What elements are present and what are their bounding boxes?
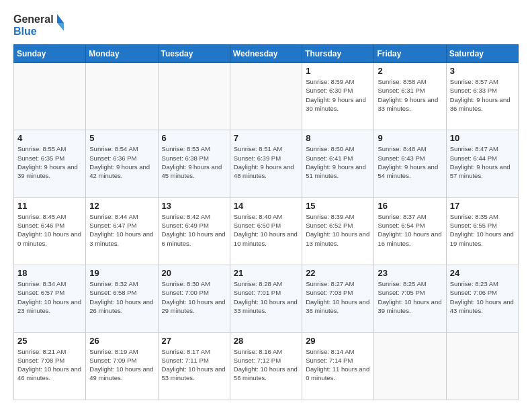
weekday-header-tuesday: Tuesday	[158, 45, 230, 63]
day-info: Sunrise: 8:35 AM Sunset: 6:55 PM Dayligh…	[450, 212, 515, 248]
calendar-table: SundayMondayTuesdayWednesdayThursdayFrid…	[13, 44, 519, 400]
day-info: Sunrise: 8:14 AM Sunset: 7:14 PM Dayligh…	[306, 347, 370, 383]
weekday-header-friday: Friday	[374, 45, 446, 63]
day-number: 19	[89, 268, 154, 278]
calendar-cell	[158, 63, 230, 130]
day-info: Sunrise: 8:39 AM Sunset: 6:52 PM Dayligh…	[306, 212, 370, 248]
week-row-1: 1Sunrise: 8:59 AM Sunset: 6:30 PM Daylig…	[14, 63, 519, 130]
day-number: 21	[234, 268, 298, 278]
logo: GeneralBlue	[13, 11, 67, 38]
day-number: 25	[17, 336, 82, 346]
day-info: Sunrise: 8:28 AM Sunset: 7:01 PM Dayligh…	[234, 279, 298, 315]
page: GeneralBlue SundayMondayTuesdayWednesday…	[0, 0, 532, 411]
calendar-cell: 4Sunrise: 8:55 AM Sunset: 6:35 PM Daylig…	[14, 130, 86, 197]
calendar-cell: 6Sunrise: 8:53 AM Sunset: 6:38 PM Daylig…	[158, 130, 230, 197]
calendar-cell: 23Sunrise: 8:25 AM Sunset: 7:05 PM Dayli…	[374, 265, 446, 332]
week-row-3: 11Sunrise: 8:45 AM Sunset: 6:46 PM Dayli…	[14, 197, 519, 265]
calendar-cell: 19Sunrise: 8:32 AM Sunset: 6:58 PM Dayli…	[86, 265, 158, 332]
weekday-header-wednesday: Wednesday	[230, 45, 302, 63]
day-info: Sunrise: 8:32 AM Sunset: 6:58 PM Dayligh…	[89, 279, 154, 315]
day-info: Sunrise: 8:42 AM Sunset: 6:49 PM Dayligh…	[162, 212, 226, 248]
calendar-cell: 17Sunrise: 8:35 AM Sunset: 6:55 PM Dayli…	[446, 197, 518, 265]
day-info: Sunrise: 8:58 AM Sunset: 6:31 PM Dayligh…	[378, 77, 442, 113]
calendar-cell	[230, 63, 302, 130]
day-number: 2	[378, 66, 442, 76]
svg-marker-2	[57, 14, 64, 23]
day-number: 24	[450, 268, 515, 278]
calendar-cell: 20Sunrise: 8:30 AM Sunset: 7:00 PM Dayli…	[158, 265, 230, 332]
weekday-header-sunday: Sunday	[14, 45, 86, 63]
day-info: Sunrise: 8:44 AM Sunset: 6:47 PM Dayligh…	[89, 212, 154, 248]
calendar-cell: 9Sunrise: 8:48 AM Sunset: 6:43 PM Daylig…	[374, 130, 446, 197]
calendar-cell: 25Sunrise: 8:21 AM Sunset: 7:08 PM Dayli…	[14, 332, 86, 400]
calendar-cell: 26Sunrise: 8:19 AM Sunset: 7:09 PM Dayli…	[86, 332, 158, 400]
day-number: 22	[306, 268, 370, 278]
day-number: 26	[89, 336, 154, 346]
day-number: 3	[450, 66, 515, 76]
calendar-cell: 18Sunrise: 8:34 AM Sunset: 6:57 PM Dayli…	[14, 265, 86, 332]
day-number: 5	[89, 133, 154, 143]
day-number: 1	[306, 66, 370, 76]
svg-marker-3	[57, 23, 64, 31]
week-row-2: 4Sunrise: 8:55 AM Sunset: 6:35 PM Daylig…	[14, 130, 519, 197]
day-info: Sunrise: 8:45 AM Sunset: 6:46 PM Dayligh…	[17, 212, 82, 248]
day-number: 20	[162, 268, 226, 278]
day-number: 7	[234, 133, 298, 143]
calendar-cell	[446, 332, 518, 400]
weekday-header-monday: Monday	[86, 45, 158, 63]
day-info: Sunrise: 8:53 AM Sunset: 6:38 PM Dayligh…	[162, 144, 226, 180]
day-info: Sunrise: 8:23 AM Sunset: 7:06 PM Dayligh…	[450, 279, 515, 315]
day-info: Sunrise: 8:50 AM Sunset: 6:41 PM Dayligh…	[306, 144, 370, 180]
calendar-cell: 11Sunrise: 8:45 AM Sunset: 6:46 PM Dayli…	[14, 197, 86, 265]
calendar-cell	[14, 63, 86, 130]
calendar-cell: 13Sunrise: 8:42 AM Sunset: 6:49 PM Dayli…	[158, 197, 230, 265]
calendar-cell: 28Sunrise: 8:16 AM Sunset: 7:12 PM Dayli…	[230, 332, 302, 400]
calendar-cell: 22Sunrise: 8:27 AM Sunset: 7:03 PM Dayli…	[302, 265, 374, 332]
calendar-cell: 1Sunrise: 8:59 AM Sunset: 6:30 PM Daylig…	[302, 63, 374, 130]
calendar-cell: 7Sunrise: 8:51 AM Sunset: 6:39 PM Daylig…	[230, 130, 302, 197]
header: GeneralBlue	[13, 11, 519, 38]
day-number: 15	[306, 201, 370, 211]
day-number: 29	[306, 336, 370, 346]
day-number: 16	[378, 201, 442, 211]
day-number: 6	[162, 133, 226, 143]
day-number: 23	[378, 268, 442, 278]
weekday-header-saturday: Saturday	[446, 45, 518, 63]
weekday-header-thursday: Thursday	[302, 45, 374, 63]
day-info: Sunrise: 8:30 AM Sunset: 7:00 PM Dayligh…	[162, 279, 226, 315]
logo-svg: GeneralBlue	[13, 11, 67, 38]
day-info: Sunrise: 8:59 AM Sunset: 6:30 PM Dayligh…	[306, 77, 370, 113]
day-info: Sunrise: 8:19 AM Sunset: 7:09 PM Dayligh…	[89, 347, 154, 383]
calendar-cell: 21Sunrise: 8:28 AM Sunset: 7:01 PM Dayli…	[230, 265, 302, 332]
calendar-cell: 3Sunrise: 8:57 AM Sunset: 6:33 PM Daylig…	[446, 63, 518, 130]
week-row-5: 25Sunrise: 8:21 AM Sunset: 7:08 PM Dayli…	[14, 332, 519, 400]
day-info: Sunrise: 8:48 AM Sunset: 6:43 PM Dayligh…	[378, 144, 442, 180]
calendar-cell: 8Sunrise: 8:50 AM Sunset: 6:41 PM Daylig…	[302, 130, 374, 197]
calendar-cell: 2Sunrise: 8:58 AM Sunset: 6:31 PM Daylig…	[374, 63, 446, 130]
calendar-cell: 24Sunrise: 8:23 AM Sunset: 7:06 PM Dayli…	[446, 265, 518, 332]
weekday-header-row: SundayMondayTuesdayWednesdayThursdayFrid…	[14, 45, 519, 63]
day-info: Sunrise: 8:34 AM Sunset: 6:57 PM Dayligh…	[17, 279, 82, 315]
day-number: 27	[162, 336, 226, 346]
day-number: 12	[89, 201, 154, 211]
day-number: 10	[450, 133, 515, 143]
day-info: Sunrise: 8:47 AM Sunset: 6:44 PM Dayligh…	[450, 144, 515, 180]
calendar-cell: 12Sunrise: 8:44 AM Sunset: 6:47 PM Dayli…	[86, 197, 158, 265]
day-number: 13	[162, 201, 226, 211]
calendar-cell: 5Sunrise: 8:54 AM Sunset: 6:36 PM Daylig…	[86, 130, 158, 197]
calendar-cell	[374, 332, 446, 400]
day-number: 4	[17, 133, 82, 143]
day-number: 28	[234, 336, 298, 346]
day-info: Sunrise: 8:17 AM Sunset: 7:11 PM Dayligh…	[162, 347, 226, 383]
day-info: Sunrise: 8:21 AM Sunset: 7:08 PM Dayligh…	[17, 347, 82, 383]
week-row-4: 18Sunrise: 8:34 AM Sunset: 6:57 PM Dayli…	[14, 265, 519, 332]
calendar-cell: 15Sunrise: 8:39 AM Sunset: 6:52 PM Dayli…	[302, 197, 374, 265]
day-info: Sunrise: 8:27 AM Sunset: 7:03 PM Dayligh…	[306, 279, 370, 315]
day-number: 14	[234, 201, 298, 211]
day-info: Sunrise: 8:16 AM Sunset: 7:12 PM Dayligh…	[234, 347, 298, 383]
calendar-cell: 29Sunrise: 8:14 AM Sunset: 7:14 PM Dayli…	[302, 332, 374, 400]
day-number: 11	[17, 201, 82, 211]
day-info: Sunrise: 8:55 AM Sunset: 6:35 PM Dayligh…	[17, 144, 82, 180]
calendar-cell: 14Sunrise: 8:40 AM Sunset: 6:50 PM Dayli…	[230, 197, 302, 265]
svg-text:Blue: Blue	[13, 26, 37, 37]
